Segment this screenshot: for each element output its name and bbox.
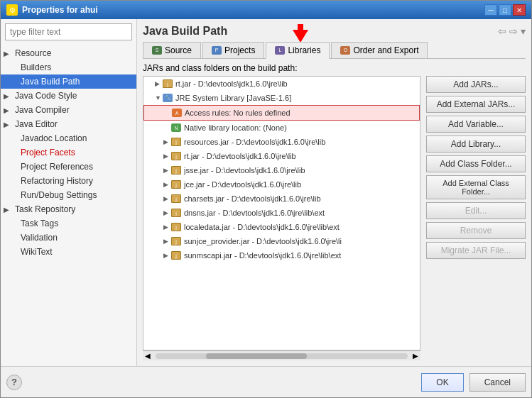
- sidebar-item-java-compiler[interactable]: ▶ Java Compiler: [1, 103, 136, 117]
- tab-source-label: Source: [165, 45, 192, 55]
- tree-item-label: localedata.jar - D:\devtools\jdk1.6.0\jr…: [184, 223, 340, 231]
- tree-arrow-icon: ▶: [163, 238, 170, 245]
- sidebar-item-wikitext[interactable]: WikiText: [1, 245, 136, 259]
- tree-row[interactable]: ▶ j resources.jar - D:\devtools\jdk1.6.0…: [143, 135, 420, 149]
- edit-button[interactable]: Edit...: [426, 202, 526, 219]
- add-variable-button[interactable]: Add Variable...: [426, 116, 526, 133]
- build-path-tree[interactable]: ▶ j rt.jar - D:\devtools\jdk1.6.0\jre\li…: [143, 76, 420, 350]
- add-library-button[interactable]: Add Library...: [426, 136, 526, 153]
- tree-row[interactable]: ▼ 🔧 JRE System Library [JavaSE-1.6]: [143, 91, 420, 105]
- tree-row[interactable]: ▶ j charsets.jar - D:\devtools\jdk1.6.0\…: [143, 192, 420, 206]
- nav-dropdown-icon[interactable]: ▾: [521, 26, 526, 37]
- tree-arrow-icon: [163, 124, 170, 131]
- add-class-folder-button[interactable]: Add Class Folder...: [426, 155, 526, 172]
- red-arrow-indicator: [290, 23, 311, 44]
- maximize-button[interactable]: □: [499, 4, 511, 16]
- jar-icon: j: [170, 207, 182, 219]
- horizontal-scrollbar[interactable]: ◀ ▶: [143, 350, 420, 360]
- tree-row[interactable]: ▶ j jce.jar - D:\devtools\jdk1.6.0\jre\l…: [143, 177, 420, 192]
- tree-item-label: Native library location: (None): [184, 123, 287, 132]
- close-button[interactable]: ✕: [513, 4, 526, 16]
- tab-projects[interactable]: P Projects: [202, 42, 264, 58]
- tree-row-highlighted[interactable]: A Access rules: No rules defined: [143, 105, 420, 121]
- tree-row[interactable]: ▶ j jsse.jar - D:\devtools\jdk1.6.0\jre\…: [143, 163, 420, 177]
- tree-row[interactable]: ▶ j sunmscapi.jar - D:\devtools\jdk1.6.0…: [143, 248, 420, 262]
- tree-item-label: charsets.jar - D:\devtools\jdk1.6.0\jre\…: [184, 194, 321, 203]
- tree-row[interactable]: ▶ j dnsns.jar - D:\devtools\jdk1.6.0\jre…: [143, 206, 420, 220]
- sidebar-item-label: Resource: [15, 48, 51, 58]
- filter-input[interactable]: [5, 23, 132, 40]
- sidebar-item-label: Java Editor: [15, 119, 58, 129]
- tree-arrow-icon: [164, 109, 171, 116]
- jar-icon: j: [170, 236, 182, 247]
- tab-libraries-label: Libraries: [288, 45, 320, 55]
- sidebar-item-builders[interactable]: Builders: [1, 60, 136, 74]
- footer-right: OK Cancel: [421, 373, 526, 392]
- sidebar-item-label: Validation: [21, 233, 58, 243]
- sidebar-item-label: Java Compiler: [15, 105, 70, 115]
- tab-projects-label: Projects: [224, 45, 255, 55]
- sidebar-item-java-editor[interactable]: ▶ Java Editor: [1, 117, 136, 131]
- tree-row[interactable]: ▶ j rt.jar - D:\devtools\jdk1.6.0\jre\li…: [143, 149, 420, 163]
- help-button[interactable]: ?: [6, 375, 22, 390]
- sidebar-item-label: WikiText: [21, 247, 53, 257]
- tab-order-export[interactable]: O Order and Export: [331, 42, 428, 58]
- tab-source[interactable]: S Source: [143, 42, 201, 58]
- tree-row[interactable]: ▶ j rt.jar - D:\devtools\jdk1.6.0\jre\li…: [143, 77, 420, 91]
- tree-arrow-icon: ▶: [163, 167, 170, 174]
- sidebar-item-refactoring-history[interactable]: Refactoring History: [1, 174, 136, 188]
- tree-arrow-icon: ▶: [163, 153, 170, 160]
- tree-arrow-icon: ▶: [163, 209, 170, 216]
- migrate-jar-button[interactable]: Migrate JAR File...: [426, 242, 526, 259]
- sidebar-item-resource[interactable]: ▶ Resource: [1, 46, 136, 60]
- ok-button[interactable]: OK: [421, 373, 463, 392]
- tree-item-label: sunmscapi.jar - D:\devtools\jdk1.6.0\jre…: [184, 251, 341, 260]
- sidebar-item-validation[interactable]: Validation: [1, 231, 136, 245]
- sidebar-item-label: Builders: [21, 62, 51, 72]
- sidebar-item-javadoc-location[interactable]: Javadoc Location: [1, 131, 136, 145]
- properties-window: ⚙ Properties for ahui ─ □ ✕ ▶ Resource B…: [0, 0, 532, 398]
- cancel-button[interactable]: Cancel: [469, 373, 526, 392]
- tree-arrow-icon: ▶: [163, 223, 170, 231]
- jar-icon: j: [170, 165, 182, 176]
- nav-back-icon[interactable]: ⇦: [498, 26, 506, 37]
- tree-arrow-icon: ▶: [155, 80, 162, 87]
- tree-item-label: rt.jar - D:\devtools\jdk1.6.0\jre\lib: [184, 152, 296, 160]
- remove-button[interactable]: Remove: [426, 222, 526, 239]
- sidebar-item-label: Task Repository: [15, 204, 75, 214]
- tree-item-label: rt.jar - D:\devtools\jdk1.6.0\jre\lib: [175, 79, 288, 88]
- sidebar-item-java-build-path[interactable]: Java Build Path: [1, 74, 136, 89]
- projects-tab-icon: P: [212, 46, 222, 55]
- add-external-class-folder-button[interactable]: Add External Class Folder...: [426, 175, 526, 199]
- scroll-right-btn[interactable]: ▶: [411, 352, 420, 360]
- sidebar-item-java-code-style[interactable]: ▶ Java Code Style: [1, 89, 136, 103]
- add-jars-button[interactable]: Add JARs...: [426, 76, 526, 93]
- tree-arrow-icon: ▶: [163, 195, 170, 202]
- tab-libraries[interactable]: L Libraries: [266, 42, 330, 59]
- sidebar-item-project-references[interactable]: Project References: [1, 160, 136, 174]
- scroll-left-btn[interactable]: ◀: [143, 352, 153, 360]
- order-tab-icon: O: [340, 46, 350, 55]
- minimize-button[interactable]: ─: [484, 4, 497, 16]
- sidebar-item-task-repository[interactable]: ▶ Task Repository: [1, 202, 136, 216]
- sidebar-item-project-facets[interactable]: Project Facets: [1, 145, 136, 160]
- sidebar-item-task-tags[interactable]: Task Tags: [1, 216, 136, 231]
- sidebar-item-label: Project Facets: [21, 148, 75, 157]
- tree-arrow-icon: ▼: [155, 94, 162, 101]
- title-bar: ⚙ Properties for ahui ─ □ ✕: [1, 1, 531, 19]
- add-external-jars-button[interactable]: Add External JARs...: [426, 96, 526, 113]
- window-title: Properties for ahui: [22, 5, 98, 15]
- jar-icon: j: [170, 193, 182, 204]
- sidebar-item-label: Task Tags: [21, 219, 58, 228]
- sidebar-item-run-debug-settings[interactable]: Run/Debug Settings: [1, 188, 136, 202]
- sidebar-item-label: Java Code Style: [15, 91, 77, 101]
- scroll-thumb[interactable]: [206, 353, 307, 359]
- scroll-track[interactable]: [156, 353, 408, 359]
- tree-row[interactable]: N Native library location: (None): [143, 121, 420, 135]
- nav-forward-icon[interactable]: ⇨: [509, 26, 518, 37]
- tree-row[interactable]: ▶ j localedata.jar - D:\devtools\jdk1.6.…: [143, 220, 420, 234]
- arrow-icon: ▶: [4, 121, 12, 128]
- tree-container: ▶ j rt.jar - D:\devtools\jdk1.6.0\jre\li…: [143, 76, 420, 360]
- tree-row[interactable]: ▶ j sunjce_provider.jar - D:\devtools\jd…: [143, 234, 420, 248]
- tabs-bar: S Source P Projects L Libraries O Order …: [143, 42, 526, 59]
